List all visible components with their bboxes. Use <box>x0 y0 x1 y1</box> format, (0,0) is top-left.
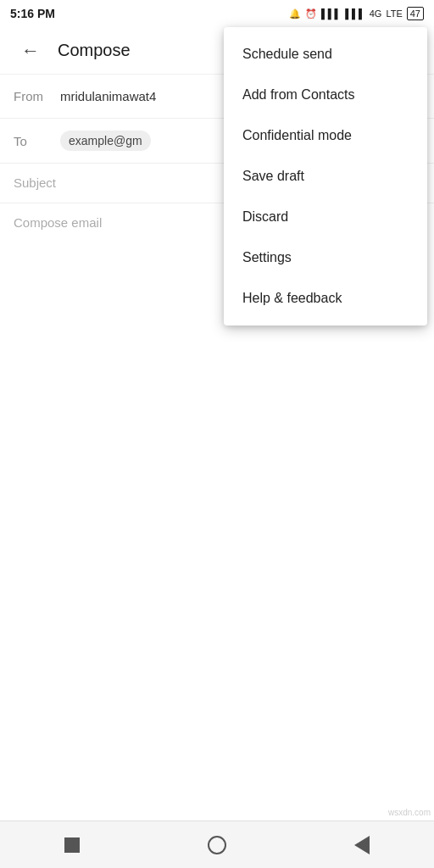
page-title: Compose <box>58 41 131 60</box>
signal-icon: ▌▌▌ <box>321 8 341 19</box>
signal2-icon: ▌▌▌ <box>345 8 364 19</box>
nav-back-button[interactable] <box>345 828 379 862</box>
compose-placeholder: Compose email <box>14 215 102 230</box>
watermark: wsxdn.com <box>388 808 431 817</box>
nav-square-button[interactable] <box>55 828 89 862</box>
alarm-icon: 🔔 <box>289 8 301 19</box>
4g-icon: 4G <box>370 8 382 19</box>
square-icon <box>64 837 80 853</box>
from-label: From <box>14 89 60 103</box>
status-time: 5:16 PM <box>10 7 55 20</box>
clock-icon: ⏰ <box>305 8 317 19</box>
to-label: To <box>14 134 60 148</box>
menu-item-discard[interactable]: Discard <box>224 197 427 237</box>
menu-item-schedule-send[interactable]: Schedule send <box>224 34 427 75</box>
to-chip[interactable]: example@gm <box>60 131 151 151</box>
battery-icon: 47 <box>407 7 424 20</box>
menu-item-confidential-mode[interactable]: Confidential mode <box>224 115 427 156</box>
triangle-icon <box>354 836 370 854</box>
status-icons: 🔔 ⏰ ▌▌▌ ▌▌▌ 4G LTE 47 <box>289 7 424 20</box>
to-chip-text: example@gm <box>69 134 142 147</box>
status-bar: 5:16 PM 🔔 ⏰ ▌▌▌ ▌▌▌ 4G LTE 47 <box>0 0 434 27</box>
lte-icon: LTE <box>386 8 402 19</box>
menu-item-add-from-contacts[interactable]: Add from Contacts <box>224 75 427 115</box>
bottom-nav <box>0 821 434 868</box>
circle-icon <box>208 836 226 854</box>
nav-home-button[interactable] <box>200 828 234 862</box>
dropdown-menu: Schedule sendAdd from ContactsConfidenti… <box>224 27 427 326</box>
back-arrow-icon: ← <box>21 40 40 62</box>
subject-placeholder: Subject <box>14 175 56 190</box>
menu-item-save-draft[interactable]: Save draft <box>224 156 427 197</box>
menu-item-help-feedback[interactable]: Help & feedback <box>224 278 427 319</box>
menu-item-settings[interactable]: Settings <box>224 237 427 278</box>
back-button[interactable]: ← <box>14 34 47 68</box>
